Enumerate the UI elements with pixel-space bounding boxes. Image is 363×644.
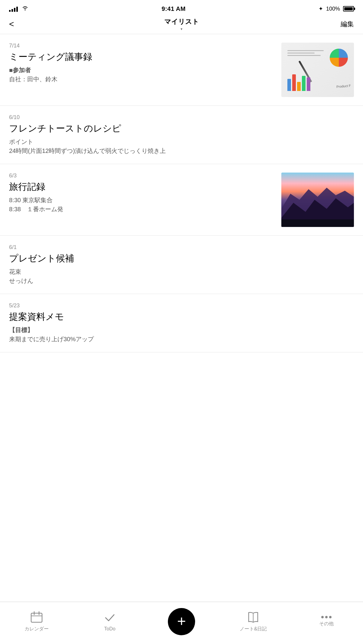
- signal-icon: [9, 6, 18, 12]
- nav-title-arrow[interactable]: ▾: [164, 27, 199, 31]
- note-list: 7/14 ミーティング議事録 ■参加者 自社：田中、鈴木: [0, 34, 363, 395]
- todo-icon: [104, 612, 116, 624]
- status-bar: 9:41 AM ✦ 100%: [0, 0, 363, 16]
- note-date: 6/3: [9, 173, 275, 179]
- svg-rect-6: [31, 613, 42, 622]
- note-title: プレゼント候補: [9, 252, 354, 264]
- note-content: 7/14 ミーティング議事録 ■参加者 自社：田中、鈴木: [9, 43, 281, 84]
- note-date: 5/23: [9, 303, 354, 309]
- signal-bar-1: [9, 10, 11, 12]
- list-item[interactable]: 5/23 提案資料メモ 【目標】 来期までに売り上げ30%アップ: [0, 294, 363, 352]
- note-content: 6/1 プレゼント候補 花束 せっけん: [9, 244, 354, 285]
- note-preview: ■参加者 自社：田中、鈴木: [9, 66, 275, 84]
- battery-icon: [343, 6, 354, 11]
- note-thumbnail: Product F: [281, 43, 354, 97]
- list-item[interactable]: 6/3 旅行記録 8:30 東京駅集合 8:38 １番ホーム発: [0, 164, 363, 236]
- signal-bar-2: [11, 9, 13, 12]
- signal-bar-4: [16, 7, 18, 12]
- note-title: 提案資料メモ: [9, 311, 354, 322]
- note-content: 5/23 提案資料メモ 【目標】 来期までに売り上げ30%アップ: [9, 303, 354, 344]
- add-button[interactable]: +: [168, 608, 195, 635]
- edit-button[interactable]: 編集: [341, 20, 354, 29]
- calendar-label: カレンダー: [25, 626, 49, 632]
- battery-percent: 100%: [326, 6, 340, 12]
- nav-bar: < マイリスト ▾ 編集: [0, 16, 363, 34]
- note-title: ミーティング議事録: [9, 51, 275, 63]
- note-title: フレンチトーストのレシピ: [9, 122, 354, 134]
- note-thumbnail: [281, 173, 354, 227]
- svg-point-0: [25, 9, 26, 10]
- nav-title: マイリスト: [164, 17, 199, 26]
- pie-chart-icon: [328, 47, 349, 68]
- svg-rect-5: [281, 219, 354, 227]
- wifi-icon: [21, 5, 29, 12]
- other-label: その他: [319, 621, 334, 627]
- note-preview: 花束 せっけん: [9, 267, 354, 285]
- list-item[interactable]: 6/1 プレゼント候補 花束 せっけん: [0, 236, 363, 294]
- tab-other[interactable]: その他: [311, 616, 342, 627]
- tab-notes[interactable]: ノート&日記: [238, 611, 268, 632]
- status-time: 9:41 AM: [162, 5, 185, 12]
- note-date: 7/14: [9, 43, 275, 49]
- note-preview: 8:30 東京駅集合 8:38 １番ホーム発: [9, 196, 275, 214]
- tab-bar: カレンダー ToDo + ノート&日記: [0, 602, 363, 644]
- note-preview: 【目標】 来期までに売り上げ30%アップ: [9, 325, 354, 344]
- signal-bar-3: [14, 8, 15, 12]
- dots-icon: [321, 616, 332, 618]
- mountain-scene: [281, 173, 354, 227]
- bluetooth-icon: ✦: [319, 5, 323, 12]
- tab-calendar[interactable]: カレンダー: [21, 611, 52, 632]
- todo-label: ToDo: [104, 626, 115, 632]
- tab-todo[interactable]: ToDo: [95, 612, 125, 632]
- list-item[interactable]: 7/14 ミーティング議事録 ■参加者 自社：田中、鈴木: [0, 34, 363, 106]
- calendar-icon: [30, 611, 43, 623]
- nav-title-container: マイリスト ▾: [164, 17, 199, 31]
- add-icon: +: [177, 613, 186, 629]
- note-content: 6/3 旅行記録 8:30 東京駅集合 8:38 １番ホーム発: [9, 173, 281, 214]
- status-left: [9, 5, 29, 12]
- note-title: 旅行記録: [9, 181, 275, 193]
- book-icon: [247, 611, 260, 623]
- notes-label: ノート&日記: [240, 626, 267, 632]
- note-date: 6/10: [9, 114, 354, 121]
- note-preview: ポイント 24時間(片面12時間ずつ)漬け込んで弱火でじっくり焼き上: [9, 137, 354, 155]
- status-right: ✦ 100%: [319, 5, 354, 12]
- list-item[interactable]: 6/10 フレンチトーストのレシピ ポイント 24時間(片面12時間ずつ)漬け込…: [0, 106, 363, 164]
- note-date: 6/1: [9, 244, 354, 251]
- note-content: 6/10 フレンチトーストのレシピ ポイント 24時間(片面12時間ずつ)漬け込…: [9, 114, 354, 155]
- back-button[interactable]: <: [9, 19, 24, 29]
